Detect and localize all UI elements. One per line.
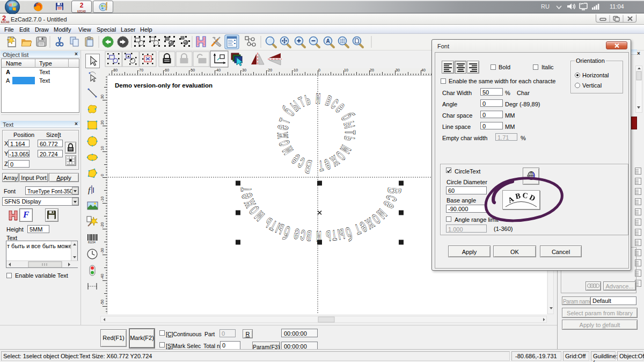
- svg-text:и: и: [315, 87, 321, 108]
- svg-text:и: и: [316, 227, 321, 248]
- svg-text:В: В: [384, 187, 405, 194]
- svg-text:ж: ж: [271, 132, 292, 139]
- svg-text:т: т: [331, 226, 338, 247]
- svg-text:т: т: [235, 187, 255, 192]
- svg-text:в: в: [305, 227, 312, 248]
- svg-text:ь: ь: [325, 227, 332, 248]
- svg-text:ь: ь: [340, 135, 361, 143]
- svg-text:т: т: [341, 131, 362, 134]
